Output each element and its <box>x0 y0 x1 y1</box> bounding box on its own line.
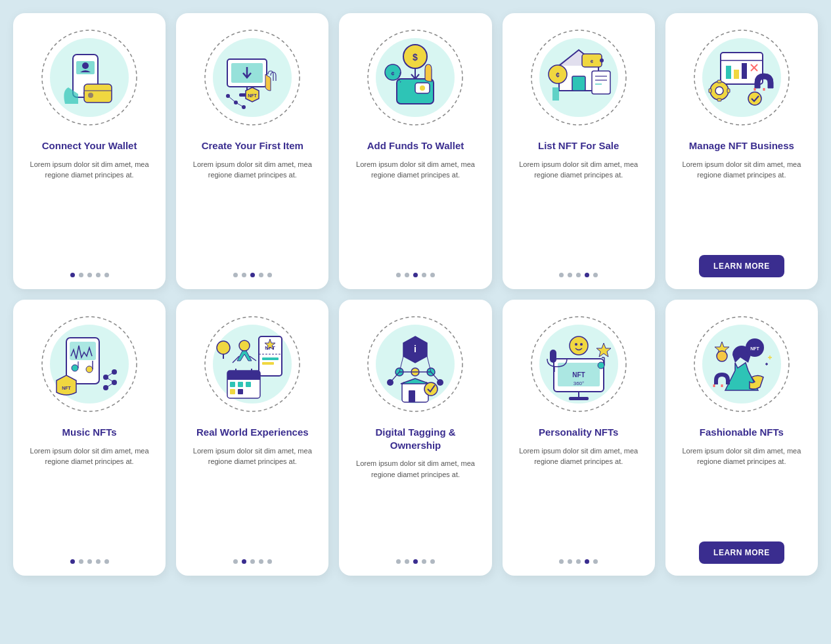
card-body: Lorem ipsum dolor sit dim amet, mea regi… <box>187 446 318 551</box>
dot-5 <box>593 559 598 564</box>
dot-1 <box>396 559 401 564</box>
card-body: Lorem ipsum dolor sit dim amet, mea regi… <box>349 159 481 264</box>
card-music-nfts: NFT Music NFTs Lorem ipsum dolor sit dim… <box>13 300 166 576</box>
card-add-funds: $ ¢ Add Funds To Wallet Lorem ipsum dolo… <box>339 13 491 289</box>
dot-2 <box>79 273 83 277</box>
card-connect-wallet: Connect Your Wallet Lorem ipsum dolor si… <box>13 13 166 289</box>
dot-1 <box>559 273 564 277</box>
illustration-create-item: NFT <box>200 25 305 130</box>
dot-4 <box>96 559 101 564</box>
svg-text:$: $ <box>413 52 418 62</box>
dot-2 <box>242 273 246 277</box>
card-body: Lorem ipsum dolor sit dim amet, mea regi… <box>676 446 807 533</box>
dot-3 <box>87 273 92 277</box>
dot-4 <box>422 273 426 277</box>
svg-text:NFT: NFT <box>750 346 759 351</box>
card-dots <box>559 273 598 277</box>
svg-text:360°: 360° <box>573 380 584 386</box>
dot-3 <box>576 273 581 277</box>
dot-2 <box>242 559 246 564</box>
card-real-world: NFT <box>176 300 328 576</box>
card-body: Lorem ipsum dolor sit dim amet, mea regi… <box>24 446 155 551</box>
dot-3 <box>413 273 418 277</box>
card-dots <box>396 559 435 564</box>
card-dots <box>559 559 598 564</box>
svg-rect-121 <box>409 390 415 402</box>
svg-point-145 <box>717 351 727 361</box>
card-grid: Connect Your Wallet Lorem ipsum dolor si… <box>13 13 818 576</box>
svg-text:NFT: NFT <box>572 371 585 379</box>
card-dots <box>70 559 109 564</box>
dot-1 <box>233 273 238 277</box>
dot-3 <box>413 559 418 564</box>
dot-1 <box>70 559 75 564</box>
card-dots <box>233 559 272 564</box>
dot-5 <box>593 273 598 277</box>
svg-point-137 <box>598 362 604 369</box>
svg-point-69 <box>86 366 93 373</box>
card-dots <box>233 273 272 277</box>
dot-4 <box>259 273 263 277</box>
svg-point-122 <box>424 382 438 396</box>
svg-rect-134 <box>550 350 556 363</box>
card-title: Manage NFT Business <box>689 139 794 152</box>
svg-text:¢: ¢ <box>556 72 560 79</box>
svg-rect-61 <box>727 89 730 93</box>
svg-point-64 <box>748 92 761 105</box>
card-body: Lorem ipsum dolor sit dim amet, mea regi… <box>349 458 481 550</box>
svg-rect-43 <box>592 71 610 94</box>
learn-more-button-2[interactable]: LEARN MORE <box>699 541 784 564</box>
dot-5 <box>267 273 272 277</box>
card-title: List NFT For Sale <box>538 139 619 152</box>
svg-point-30 <box>420 85 425 91</box>
learn-more-button-1[interactable]: LEARN MORE <box>699 255 784 277</box>
dot-5 <box>430 559 435 564</box>
dot-2 <box>568 559 572 564</box>
dot-3 <box>250 273 255 277</box>
svg-point-133 <box>580 343 583 346</box>
svg-text:¢: ¢ <box>590 58 593 64</box>
svg-rect-87 <box>262 362 274 365</box>
illustration-add-funds: $ ¢ <box>363 25 468 130</box>
svg-rect-94 <box>230 382 235 387</box>
card-title: Digital Tagging & Ownership <box>349 426 481 451</box>
dot-5 <box>104 559 109 564</box>
svg-text:¢: ¢ <box>392 70 395 77</box>
dot-2 <box>405 559 409 564</box>
dot-1 <box>559 559 564 564</box>
card-body: Lorem ipsum dolor sit dim amet, mea regi… <box>187 159 318 264</box>
svg-text:NFT: NFT <box>62 386 71 390</box>
card-digital-tagging: i Digital Tag <box>339 300 491 576</box>
svg-point-102 <box>217 341 230 354</box>
svg-point-5 <box>82 62 89 69</box>
svg-text:i: i <box>415 344 417 354</box>
svg-rect-86 <box>262 357 279 360</box>
dot-4 <box>422 559 426 564</box>
svg-rect-97 <box>230 389 235 394</box>
svg-point-132 <box>575 343 577 346</box>
dot-4 <box>96 273 101 277</box>
dot-1 <box>396 273 401 277</box>
dot-5 <box>430 273 435 277</box>
svg-point-99 <box>239 340 250 351</box>
illustration-digital-tagging: i <box>363 311 468 417</box>
svg-rect-91 <box>227 375 260 380</box>
illustration-connect-wallet <box>37 25 142 130</box>
svg-rect-59 <box>717 99 721 101</box>
card-body: Lorem ipsum dolor sit dim amet, mea regi… <box>676 159 807 246</box>
svg-point-57 <box>715 87 723 95</box>
card-personality-nfts: NFT 360° Personality NF <box>503 300 655 576</box>
card-fashionable-nfts: NFT Fashionable NFTs Lorem ipsum dolor s… <box>665 300 818 576</box>
dot-5 <box>104 273 109 277</box>
illustration-fashionable-nfts: NFT <box>689 311 794 417</box>
card-title: Fashionable NFTs <box>700 426 784 439</box>
svg-point-131 <box>570 336 588 355</box>
card-title: Real World Experiences <box>196 426 309 439</box>
svg-point-8 <box>88 93 93 98</box>
svg-point-39 <box>600 58 604 62</box>
svg-rect-130 <box>569 397 589 400</box>
svg-rect-52 <box>734 70 739 79</box>
dot-4 <box>259 559 263 564</box>
card-body: Lorem ipsum dolor sit dim amet, mea regi… <box>24 159 155 264</box>
card-list-nft: ¢ ¢ List NFT For Sale Lorem ipsum dolor … <box>503 13 655 289</box>
